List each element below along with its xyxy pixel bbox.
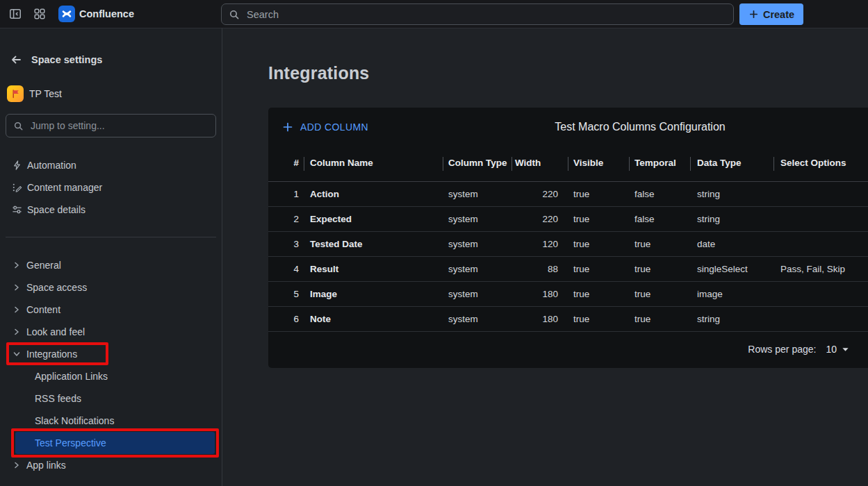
jump-to-setting-input[interactable] bbox=[29, 119, 208, 132]
table-cell: true bbox=[568, 289, 629, 299]
chevron-right-icon bbox=[13, 328, 21, 336]
table-cell: system bbox=[443, 214, 511, 224]
table-cell: 88 bbox=[511, 264, 568, 274]
lightning-icon bbox=[12, 160, 22, 171]
sidebar-item-automation[interactable]: Automation bbox=[0, 154, 222, 176]
sidebar-item-space-details[interactable]: Space details bbox=[0, 199, 222, 221]
confluence-logo-icon bbox=[58, 6, 75, 22]
space-settings-sidebar: Space settings TP Test Automation Conten… bbox=[0, 28, 222, 486]
sidebar-section-integrations[interactable]: Integrations bbox=[0, 343, 222, 365]
table-cell: true bbox=[629, 239, 690, 249]
table-cell: 220 bbox=[511, 189, 568, 199]
table-row: 6Notesystem180truetruestring bbox=[268, 307, 868, 332]
header-cell: Column Name bbox=[304, 158, 443, 169]
page-title: Integrations bbox=[268, 63, 369, 83]
space-identity[interactable]: TP Test bbox=[7, 85, 222, 102]
add-column-button[interactable]: ADD COLUMN bbox=[278, 108, 372, 146]
table-cell: 3 bbox=[268, 239, 304, 249]
table-cell: Action bbox=[304, 189, 443, 199]
header-cell: Temporal bbox=[629, 158, 690, 169]
table-cell: 120 bbox=[511, 239, 568, 249]
content-edit-icon bbox=[12, 182, 22, 193]
header-cell: Data Type bbox=[690, 158, 773, 169]
sidebar-toggle-icon[interactable] bbox=[8, 7, 22, 21]
header-cell: Visible bbox=[568, 158, 629, 169]
sliders-icon bbox=[12, 204, 22, 215]
plus-icon bbox=[748, 9, 759, 19]
columns-config-card: ADD COLUMN Test Macro Columns Configurat… bbox=[268, 108, 868, 368]
header-cell: Select Options bbox=[773, 158, 868, 169]
table-cell: system bbox=[443, 239, 511, 249]
table-cell: Pass, Fail, Skip bbox=[773, 264, 868, 274]
table-row: 4Resultsystem88truetruesingleSelectPass,… bbox=[268, 257, 868, 282]
table-cell: true bbox=[568, 264, 629, 274]
space-name: TP Test bbox=[29, 88, 62, 99]
table-cell: false bbox=[629, 189, 690, 199]
table-cell: 180 bbox=[511, 314, 568, 324]
sidebar-item-application-links[interactable]: Application Links bbox=[0, 365, 222, 387]
table-cell: date bbox=[690, 239, 773, 249]
sidebar-section-app-links[interactable]: App links bbox=[0, 454, 222, 476]
sidebar-section-content[interactable]: Content bbox=[0, 299, 222, 321]
table-cell: 6 bbox=[268, 314, 304, 324]
table-pagination: Rows per page: 10 bbox=[268, 332, 868, 367]
table-cell: Result bbox=[304, 264, 443, 274]
table-cell: 5 bbox=[268, 289, 304, 299]
main-content: Integrations ADD COLUMN Test Macro Colum… bbox=[222, 28, 868, 486]
table-cell: system bbox=[443, 289, 511, 299]
table-row: 3Tested Datesystem120truetruedate bbox=[268, 232, 868, 257]
app-switcher-icon[interactable] bbox=[33, 7, 47, 21]
table-cell: Note bbox=[304, 314, 443, 324]
back-arrow-icon[interactable] bbox=[10, 53, 22, 66]
chevron-right-icon bbox=[13, 305, 21, 314]
header-cell: Width bbox=[511, 158, 568, 169]
search-input[interactable] bbox=[245, 8, 726, 21]
sidebar-section-general[interactable]: General bbox=[0, 254, 222, 276]
sidebar-item-slack-notifications[interactable]: Slack Notifications bbox=[0, 410, 222, 432]
table-cell: image bbox=[690, 289, 773, 299]
jump-to-setting-field[interactable] bbox=[6, 114, 216, 137]
table-cell: system bbox=[443, 189, 511, 199]
global-search[interactable] bbox=[221, 3, 734, 25]
table-cell: true bbox=[568, 214, 629, 224]
top-bar: Confluence Create bbox=[0, 0, 868, 28]
table-cell: true bbox=[629, 314, 690, 324]
table-cell: 2 bbox=[268, 214, 304, 224]
table-cell: singleSelect bbox=[690, 264, 773, 274]
header-cell: Column Type bbox=[443, 158, 511, 169]
sidebar-header: Space settings bbox=[10, 51, 222, 68]
table-cell: true bbox=[629, 264, 690, 274]
create-button[interactable]: Create bbox=[739, 3, 803, 25]
table-cell: 180 bbox=[511, 289, 568, 299]
sidebar-title: Space settings bbox=[31, 54, 102, 65]
table-row: 1Actionsystem220truefalsestring bbox=[268, 182, 868, 207]
product-name: Confluence bbox=[79, 8, 134, 19]
table-cell: 4 bbox=[268, 264, 304, 274]
table-cell: true bbox=[568, 189, 629, 199]
sidebar-section-space-access[interactable]: Space access bbox=[0, 276, 222, 299]
sidebar-divider bbox=[6, 237, 216, 237]
table-cell: false bbox=[629, 214, 690, 224]
table-cell: Expected bbox=[304, 214, 443, 224]
table-cell: Image bbox=[304, 289, 443, 299]
rows-per-page-label: Rows per page: bbox=[748, 344, 816, 355]
rows-per-page-select[interactable]: 10 bbox=[826, 344, 849, 355]
table-row: 5Imagesystem180truetrueimage bbox=[268, 282, 868, 307]
table-cell: 220 bbox=[511, 214, 568, 224]
chevron-right-icon bbox=[13, 283, 21, 292]
table-cell: Tested Date bbox=[304, 239, 443, 249]
table-row: 2Expectedsystem220truefalsestring bbox=[268, 207, 868, 232]
sidebar-item-content-manager[interactable]: Content manager bbox=[0, 176, 222, 199]
search-icon bbox=[229, 9, 240, 20]
table-cell: true bbox=[568, 239, 629, 249]
search-icon bbox=[13, 121, 24, 131]
header-cell: # bbox=[268, 158, 304, 169]
sidebar-section-look-and-feel[interactable]: Look and feel bbox=[0, 321, 222, 343]
chevron-right-icon bbox=[13, 461, 21, 469]
sidebar-item-test-perspective[interactable]: Test Perspective bbox=[15, 432, 215, 454]
card-header: ADD COLUMN Test Macro Columns Configurat… bbox=[268, 108, 868, 146]
sidebar-item-rss-feeds[interactable]: RSS feeds bbox=[0, 387, 222, 410]
table-cell: 1 bbox=[268, 189, 304, 199]
sidebar-sections-nav: General Space access Content Look and fe… bbox=[0, 254, 222, 476]
table-cell: true bbox=[629, 289, 690, 299]
